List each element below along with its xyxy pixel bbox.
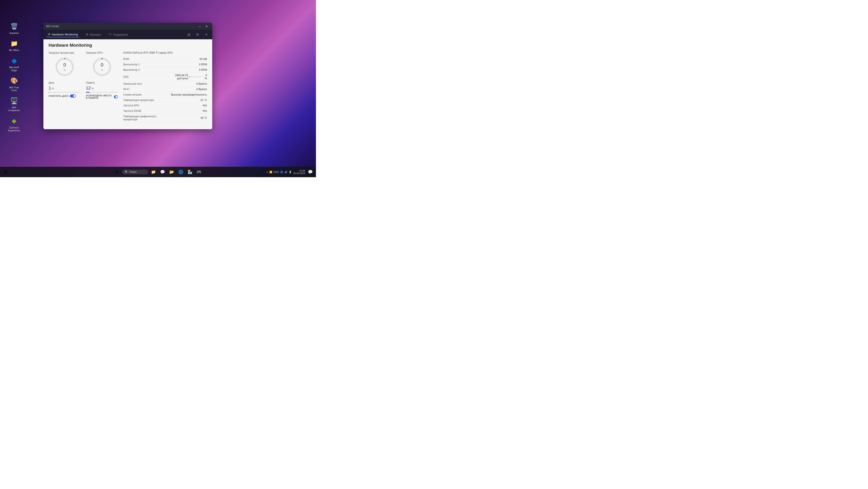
page-title: Hardware Monitoring bbox=[43, 39, 212, 50]
desktop-icon-msi-companion[interactable]: 🖥️ MSI companion bbox=[6, 96, 22, 112]
support-tab-label: Поддержка bbox=[113, 33, 128, 36]
ram-value: 64 GB bbox=[165, 56, 207, 62]
table-row-fan1: Вентилятор 1 0 RPM bbox=[123, 62, 207, 67]
gpu-load-block: Загрузка GPU 0 % bbox=[86, 51, 118, 78]
gauges-row: Загрузка процессора 0 % bbox=[49, 51, 118, 78]
taskbar-xbox[interactable]: 🎮 bbox=[195, 168, 203, 176]
edge-icon: ◆ bbox=[9, 56, 19, 65]
notification-button[interactable]: 💬 bbox=[306, 168, 314, 176]
taskbar-center: ⊞ 🔍 Поиск 📁 💬 📂 🌐 🏪 🎮 bbox=[113, 168, 203, 176]
collapse-button[interactable]: ✕ bbox=[203, 31, 210, 38]
memory-bar-track bbox=[86, 92, 118, 93]
nav-right-actions: ⊞ ⚙ ✕ bbox=[185, 31, 210, 38]
tab-functions[interactable]: ⚙ Функции bbox=[84, 32, 103, 37]
gpu-gauge: 0 % bbox=[91, 56, 113, 78]
start-button[interactable]: ⊞ bbox=[2, 168, 9, 176]
gpu-gauge-value: 0 % bbox=[101, 62, 103, 71]
disk-bar-fill bbox=[49, 92, 49, 93]
fan2-value: 0 RPM bbox=[165, 67, 207, 73]
wifi-label: Wi-Fi bbox=[123, 87, 165, 92]
disk-label: Диск bbox=[49, 81, 81, 84]
tray-chevron-icon[interactable]: ∧ bbox=[266, 171, 268, 173]
table-row-lan: Локальная сеть 0 Bytes/s bbox=[123, 81, 207, 87]
search-label: Поиск bbox=[129, 170, 136, 173]
settings-button[interactable]: ⚙ bbox=[194, 31, 201, 38]
gpu-title: NVIDIA GeForce RTX 3080 Ti Laptop GPU bbox=[123, 51, 207, 54]
cpu-value-number: 0 bbox=[63, 62, 66, 68]
ssd-available: 1805,66 ГБ доступно bbox=[165, 74, 188, 80]
memory-label: Память bbox=[86, 81, 118, 84]
tab-support[interactable]: 🛡 Поддержка bbox=[107, 32, 129, 37]
desktop-icon-my-office[interactable]: 📁 My Office bbox=[6, 39, 22, 52]
taskbar-file-manager[interactable]: 📂 bbox=[168, 168, 176, 176]
table-row-ram: RAM 64 GB bbox=[123, 56, 207, 62]
support-tab-icon: 🛡 bbox=[109, 33, 112, 36]
recycle-bin-label: Корзина bbox=[9, 32, 19, 34]
start-center-button[interactable]: ⊞ bbox=[113, 168, 121, 176]
gpu-temp-label: Температура графического процессора bbox=[123, 114, 165, 122]
desktop-icon-recycle-bin[interactable]: 🗑️ Корзина bbox=[6, 22, 22, 34]
vram-freq-value: N/A bbox=[165, 108, 207, 114]
gpu-load-label: Загрузка GPU bbox=[86, 51, 103, 54]
disk-metric: Диск 1 % ОЧИСТИТЬ ДИСК bbox=[49, 81, 81, 97]
table-row-gpu-temp: Температура графического процессора 38 °… bbox=[123, 114, 207, 122]
ram-label: RAM bbox=[123, 56, 165, 62]
cpu-temp-value: 41 °C bbox=[165, 97, 207, 103]
msi-true-color-icon: 🎨 bbox=[9, 76, 19, 85]
tray-date-value: 25.03.2023 bbox=[293, 172, 305, 175]
memory-number: 12 bbox=[86, 86, 91, 90]
ssd-pct: 5 % bbox=[203, 74, 207, 80]
lan-value: 0 Bytes/s bbox=[165, 81, 207, 87]
ssd-cell: 1805,66 ГБ доступно 5 % bbox=[165, 73, 207, 81]
table-row-gpu-freq: Частота GPU N/A bbox=[123, 103, 207, 108]
info-table: RAM 64 GB Вентилятор 1 0 RPM Вентилятор … bbox=[123, 56, 207, 122]
ssd-bar-fill bbox=[189, 77, 190, 77]
tray-network-icon: 🌐 bbox=[280, 171, 283, 173]
ssd-row: 1805,66 ГБ доступно 5 % bbox=[165, 74, 207, 80]
desktop: 🗑️ Корзина 📁 My Office ◆ Microsoft Edge … bbox=[0, 0, 316, 177]
cpu-load-label: Загрузка процессора bbox=[49, 51, 74, 54]
lan-label: Локальная сеть bbox=[123, 81, 165, 87]
taskbar-edge[interactable]: 🌐 bbox=[177, 168, 185, 176]
search-icon: 🔍 bbox=[125, 170, 128, 173]
content-body: Загрузка процессора 0 % bbox=[43, 50, 212, 129]
functions-tab-label: Функции bbox=[90, 33, 101, 36]
tray-time-value: 16:06 bbox=[299, 169, 305, 172]
close-button[interactable]: ✕ bbox=[204, 24, 210, 28]
desktop-icon-msi-true-color[interactable]: 🎨 MSI True Color bbox=[6, 76, 22, 92]
fan2-label: Вентилятор 2 bbox=[123, 67, 165, 73]
desktop-icon-edge[interactable]: ◆ Microsoft Edge bbox=[6, 56, 22, 71]
gpu-value-unit: % bbox=[101, 69, 103, 71]
tab-hardware-monitoring[interactable]: ↺ Hardware Monitoring bbox=[46, 32, 80, 37]
desktop-icon-geforce[interactable]: ◆ GeForce Experience bbox=[6, 116, 22, 132]
taskbar-store[interactable]: 🏪 bbox=[186, 168, 194, 176]
title-bar: MSI Center – ✕ bbox=[43, 23, 212, 30]
table-row-power: Схема питания Высокая производительность bbox=[123, 92, 207, 97]
bottom-metrics: Диск 1 % ОЧИСТИТЬ ДИСК bbox=[49, 81, 118, 99]
table-row-wifi: Wi-Fi 0 Bytes/s bbox=[123, 87, 207, 92]
tray-volume-icon: 🔊 bbox=[284, 171, 287, 173]
minimize-button[interactable]: – bbox=[196, 24, 203, 28]
disk-clean-toggle[interactable] bbox=[70, 94, 76, 97]
cpu-load-block: Загрузка процессора 0 % bbox=[49, 51, 81, 78]
taskbar-file-explorer[interactable]: 📁 bbox=[150, 168, 157, 176]
start-icon: ⊞ bbox=[4, 170, 7, 174]
search-box[interactable]: 🔍 Поиск bbox=[122, 170, 148, 174]
functions-tab-icon: ⚙ bbox=[86, 33, 89, 36]
my-office-icon: 📁 bbox=[9, 39, 19, 48]
memory-unit: % bbox=[91, 87, 94, 90]
right-panel: NVIDIA GeForce RTX 3080 Ti Laptop GPU RA… bbox=[123, 51, 207, 126]
table-row-vram-freq: Частота VRAM N/A bbox=[123, 108, 207, 114]
table-row-fan2: Вентилятор 2 0 RPM bbox=[123, 67, 207, 73]
disk-bar-track bbox=[49, 92, 81, 93]
tray-lang: ENG bbox=[274, 171, 279, 173]
grid-view-button[interactable]: ⊞ bbox=[185, 31, 192, 38]
gpu-temp-value: 38 °C bbox=[165, 114, 207, 122]
ssd-bar-track bbox=[189, 77, 202, 77]
taskbar-teams[interactable]: 💬 bbox=[159, 168, 166, 176]
cpu-value-unit: % bbox=[64, 69, 66, 71]
table-row-ssd: SSD 1805,66 ГБ доступно 5 % bbox=[123, 73, 207, 81]
cpu-temp-label: Температура процессора bbox=[123, 97, 165, 103]
memory-free-toggle[interactable] bbox=[114, 95, 118, 98]
tray-clock[interactable]: 16:06 25.03.2023 bbox=[293, 169, 305, 175]
